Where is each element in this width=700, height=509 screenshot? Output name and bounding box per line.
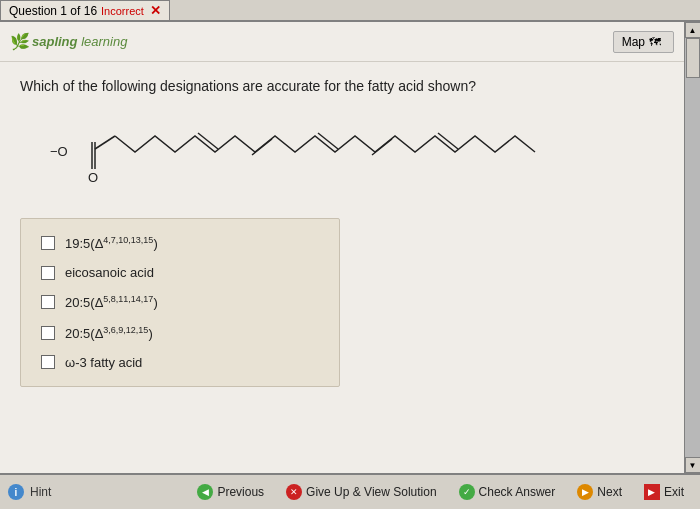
- checkbox-1[interactable]: [41, 236, 55, 250]
- giveup-button[interactable]: ✕ Give Up & View Solution: [278, 481, 445, 503]
- choice-4[interactable]: 20:5(Δ3,6,9,12,15): [41, 325, 319, 341]
- previous-button[interactable]: ◀ Previous: [189, 481, 272, 503]
- choice-2[interactable]: eicosanoic acid: [41, 265, 319, 280]
- choice-2-label: eicosanoic acid: [65, 265, 154, 280]
- hint-area[interactable]: i Hint: [8, 484, 51, 500]
- svg-line-8: [372, 139, 392, 155]
- map-button[interactable]: Map 🗺: [613, 31, 674, 53]
- structure-area: −O O: [20, 114, 664, 194]
- leaf-icon: 🌿: [10, 32, 30, 51]
- checkbox-2[interactable]: [41, 266, 55, 280]
- tab-status-label: Incorrect: [101, 5, 144, 17]
- bottom-bar: i Hint ◀ Previous ✕ Give Up & View Solut…: [0, 473, 700, 509]
- next-label: Next: [597, 485, 622, 499]
- nav-buttons: ◀ Previous ✕ Give Up & View Solution ✓ C…: [189, 481, 692, 503]
- exit-icon: ▶: [644, 484, 660, 500]
- scroll-up-button[interactable]: ▲: [685, 22, 701, 38]
- exit-button[interactable]: ▶ Exit: [636, 481, 692, 503]
- tab-bar: Question 1 of 16 Incorrect ✕: [0, 0, 700, 22]
- header: 🌿 sapling learning Map 🗺: [0, 22, 684, 62]
- question-text: Which of the following designations are …: [20, 78, 664, 94]
- checkbox-3[interactable]: [41, 295, 55, 309]
- previous-icon: ◀: [197, 484, 213, 500]
- main-wrapper: 🌿 sapling learning Map 🗺 Which of the fo…: [0, 22, 700, 473]
- tab-close-icon[interactable]: ✕: [150, 4, 161, 17]
- checkbox-4[interactable]: [41, 326, 55, 340]
- tab-question-label: Question 1 of 16: [9, 4, 97, 18]
- hint-icon: i: [8, 484, 24, 500]
- checkbox-5[interactable]: [41, 355, 55, 369]
- next-icon: ▶: [577, 484, 593, 500]
- choice-1-label: 19:5(Δ4,7,10,13,15): [65, 235, 158, 251]
- hint-label: Hint: [30, 485, 51, 499]
- choice-5[interactable]: ω-3 fatty acid: [41, 355, 319, 370]
- choice-1[interactable]: 19:5(Δ4,7,10,13,15): [41, 235, 319, 251]
- logo-top: sapling: [32, 34, 78, 49]
- question-area: Which of the following designations are …: [0, 62, 684, 473]
- logo-area: 🌿 sapling learning: [10, 32, 127, 51]
- giveup-icon: ✕: [286, 484, 302, 500]
- next-button[interactable]: ▶ Next: [569, 481, 630, 503]
- answer-box: 19:5(Δ4,7,10,13,15) eicosanoic acid 20:5…: [20, 218, 340, 387]
- map-icon: 🗺: [649, 35, 661, 49]
- svg-text:−O: −O: [50, 144, 68, 159]
- svg-text:O: O: [88, 170, 98, 185]
- scroll-thumb[interactable]: [686, 38, 700, 78]
- logo-text-block: sapling learning: [32, 34, 127, 49]
- exit-label: Exit: [664, 485, 684, 499]
- fatty-acid-structure: −O O: [40, 114, 540, 194]
- question-tab[interactable]: Question 1 of 16 Incorrect ✕: [0, 0, 170, 20]
- scroll-track: [685, 38, 700, 457]
- previous-label: Previous: [217, 485, 264, 499]
- scroll-down-button[interactable]: ▼: [685, 457, 701, 473]
- giveup-label: Give Up & View Solution: [306, 485, 437, 499]
- choice-3[interactable]: 20:5(Δ5,8,11,14,17): [41, 294, 319, 310]
- content-panel: 🌿 sapling learning Map 🗺 Which of the fo…: [0, 22, 684, 473]
- svg-line-4: [95, 136, 115, 149]
- scrollbar[interactable]: ▲ ▼: [684, 22, 700, 473]
- check-answer-button[interactable]: ✓ Check Answer: [451, 481, 564, 503]
- svg-line-6: [252, 139, 272, 155]
- choice-3-label: 20:5(Δ5,8,11,14,17): [65, 294, 158, 310]
- logo-bottom: learning: [81, 34, 127, 49]
- check-icon: ✓: [459, 484, 475, 500]
- choice-4-label: 20:5(Δ3,6,9,12,15): [65, 325, 153, 341]
- check-label: Check Answer: [479, 485, 556, 499]
- map-label: Map: [622, 35, 645, 49]
- choice-5-label: ω-3 fatty acid: [65, 355, 142, 370]
